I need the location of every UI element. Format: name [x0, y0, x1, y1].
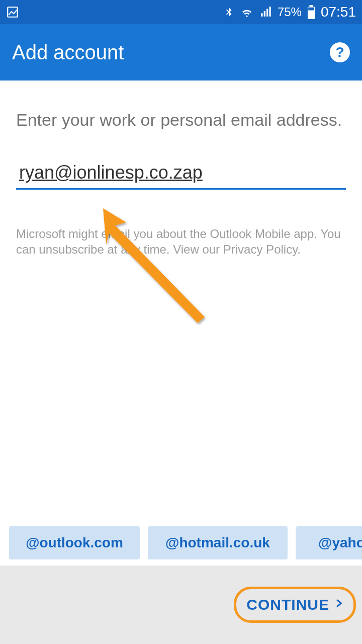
- suggestion-outlook[interactable]: @outlook.com: [9, 526, 140, 559]
- disclaimer-text: Microsoft might email you about the Outl…: [16, 226, 346, 257]
- status-time: 07:51: [321, 4, 356, 20]
- bottom-bar: CONTINUE: [0, 566, 362, 644]
- suggestion-hotmail[interactable]: @hotmail.co.uk: [148, 526, 288, 559]
- bluetooth-icon: [223, 5, 234, 20]
- main-content: Enter your work or personal email addres…: [0, 80, 362, 258]
- battery-icon: [307, 5, 316, 19]
- email-suggestions: @outlook.com @hotmail.co.uk @yahoo: [0, 520, 362, 566]
- email-input[interactable]: [16, 159, 346, 190]
- page-title: Add account: [12, 41, 124, 64]
- status-bar: 75% 07:51: [0, 0, 362, 24]
- continue-button[interactable]: CONTINUE: [234, 587, 356, 623]
- app-bar: Add account ?: [0, 24, 362, 80]
- continue-label: CONTINUE: [246, 596, 329, 613]
- battery-percentage: 75%: [278, 5, 302, 19]
- signal-icon: [259, 6, 273, 19]
- svg-rect-3: [308, 8, 314, 11]
- help-button[interactable]: ?: [330, 42, 350, 62]
- prompt-text: Enter your work or personal email addres…: [16, 109, 346, 131]
- help-icon: ?: [335, 44, 344, 60]
- email-input-wrapper: [16, 159, 346, 190]
- suggestion-yahoo[interactable]: @yahoo: [296, 526, 362, 559]
- chevron-right-icon: [334, 596, 343, 613]
- picture-icon: [6, 6, 19, 19]
- wifi-icon: [239, 6, 254, 19]
- svg-rect-2: [309, 5, 313, 7]
